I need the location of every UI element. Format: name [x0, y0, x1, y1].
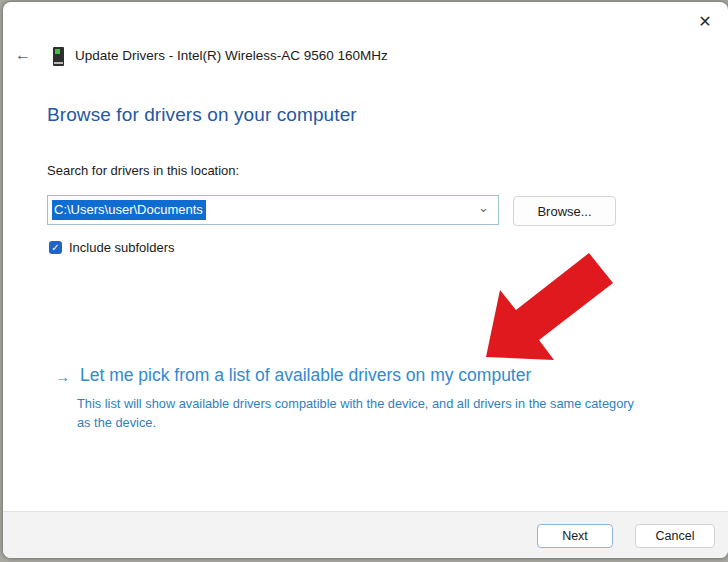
chevron-down-icon[interactable]: ⌄	[478, 200, 489, 215]
device-led-dot	[55, 49, 60, 54]
next-button[interactable]: Next	[537, 524, 613, 548]
pick-from-list-link[interactable]: Let me pick from a list of available dri…	[80, 365, 531, 386]
pick-option-description: This list will show available drivers co…	[77, 394, 645, 432]
close-icon[interactable]: ✕	[690, 8, 720, 34]
arrow-right-icon: →	[55, 368, 70, 385]
include-subfolders-label: Include subfolders	[69, 240, 175, 255]
device-base-line	[54, 62, 63, 64]
back-icon[interactable]: ←	[11, 44, 35, 66]
screen-background: ✕ ← Update Drivers - Intel(R) Wireless-A…	[0, 0, 728, 562]
include-subfolders-row[interactable]: ✓ Include subfolders	[49, 240, 175, 255]
footer-bar: Next Cancel	[3, 511, 728, 558]
window-title: Update Drivers - Intel(R) Wireless-AC 95…	[75, 48, 388, 63]
pick-option-row[interactable]: → Let me pick from a list of available d…	[55, 365, 531, 386]
browse-button[interactable]: Browse...	[513, 196, 616, 226]
driver-device-icon	[53, 47, 64, 66]
update-drivers-dialog: ✕ ← Update Drivers - Intel(R) Wireless-A…	[3, 2, 728, 558]
page-title: Browse for drivers on your computer	[47, 104, 357, 126]
location-input-value[interactable]: C:\Users\user\Documents	[52, 200, 206, 220]
cancel-button[interactable]: Cancel	[635, 524, 715, 548]
red-arrow-annotation	[3, 2, 728, 558]
location-label: Search for drivers in this location:	[47, 163, 239, 178]
checkbox-checked-icon[interactable]: ✓	[49, 241, 62, 254]
location-combobox[interactable]: C:\Users\user\Documents ⌄	[47, 195, 499, 225]
